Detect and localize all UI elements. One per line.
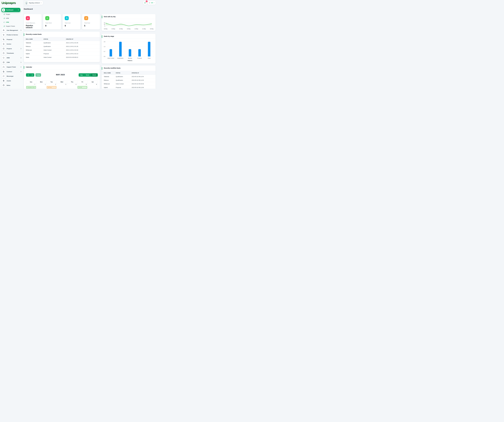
sidebar-item-label: Invoice [7, 43, 21, 45]
day-header: Tue [47, 81, 57, 83]
sidebar-item-project[interactable]: Project [0, 13, 23, 16]
sidebar-item-invoice[interactable]: Invoice [0, 42, 23, 46]
stat-value: 9 [65, 24, 78, 27]
messages-button[interactable]: 0 [143, 1, 147, 5]
deal-updated-at: 2023-05-16 06:11:09 [132, 79, 156, 81]
svg-text:14-May: 14-May [119, 28, 123, 30]
users-icon [65, 16, 69, 20]
sidebar-item-label: Proposal [7, 39, 21, 40]
column-header: DEAL NAME [102, 72, 116, 73]
calendar-event[interactable]: Hi-Flow [47, 86, 56, 89]
card-title: Calendar [24, 65, 100, 69]
home-icon [2, 8, 5, 12]
calendar-day-cell[interactable]: 30 Geraldine Burt [26, 83, 36, 89]
chevron-right-icon [21, 48, 21, 49]
notification-badge: 0 [146, 0, 148, 2]
table-row: Refocus Qualification 2022-12-09 12:01:3… [24, 45, 100, 48]
view-week-button[interactable]: Week [84, 73, 91, 77]
deal-status: Qualification [116, 79, 132, 81]
deal-name: Whitecoat [102, 83, 116, 84]
calendar-event[interactable]: Hi-Veil [78, 86, 87, 89]
sidebar-item-notes[interactable]: Notes [0, 83, 23, 87]
day-header: Sat [88, 81, 98, 83]
deal-name: Stella [24, 57, 43, 58]
deal-status: Initial Contact [43, 57, 66, 58]
deal-updated-at: 2023-05-16 09:34:08 [132, 83, 156, 84]
svg-text:1.3: 1.3 [104, 46, 105, 47]
chevron-down-icon [18, 10, 19, 10]
sidebar-item-hrm-sub[interactable]: HRM [0, 17, 23, 20]
deal-name: Refocus [24, 46, 43, 47]
svg-text:13-May: 13-May [127, 28, 131, 30]
calendar-sync-icon [2, 60, 6, 64]
sidebar-item-hrm[interactable]: HRM [0, 56, 23, 60]
dashboard-page: Unipospro Dashboard Project HRM CRM Supp… [0, 0, 158, 89]
calendar-card: Calendar Today MAY 2023 Day Week Month S… [24, 65, 100, 89]
table-row: Tailwinds Qualification 2023-05-16 06:11… [102, 75, 156, 78]
calendar-day-cell[interactable]: 6 [88, 83, 98, 89]
sidebar-item-projects[interactable]: Projects [0, 47, 23, 51]
date-number: 4 [67, 83, 77, 85]
language-selector[interactable]: EN [148, 1, 156, 5]
day-header: Fri [77, 81, 88, 83]
stat-card-total-client: Total Client 8 [43, 14, 61, 30]
globe-icon [149, 2, 150, 4]
sidebar-item-messenger[interactable]: Messenger [0, 74, 23, 78]
company-selector[interactable]: Rajodiya infotech [24, 1, 43, 5]
save-icon [2, 70, 6, 73]
sidebar-item-assets[interactable]: Assets [0, 79, 23, 83]
deal-created-at: 2023-05-16 06:08:22 [66, 57, 100, 58]
deal-name: Hybrid [24, 53, 43, 54]
column-header: STATUS [43, 38, 66, 40]
sidebar-item-label: Timesheets [7, 52, 21, 54]
sidebar-item-product-service[interactable]: Product & Service [0, 33, 23, 37]
calendar-week-row: 30 Geraldine Burt 1 2 Hi-Flow 3 4 5 Hi-V… [26, 83, 98, 89]
view-day-button[interactable]: Day [79, 73, 84, 77]
calendar-day-header-row: Sun Mon Tue Wed Thu Fri Sat [26, 81, 98, 83]
chevron-right-icon [21, 57, 21, 58]
deal-name: Hybrid [102, 87, 116, 88]
day-header: Mon [36, 81, 47, 83]
company-name: Rajodiya infotech [29, 2, 40, 4]
sidebar-item-support-ticket[interactable]: Support Ticket [0, 65, 23, 69]
calendar-day-cell[interactable]: 4 [67, 83, 77, 89]
deal-created-at: 2022-12-09 12:02:13 [66, 53, 100, 54]
day-header: Wed [57, 81, 67, 83]
calendar-day-cell[interactable]: 5 Hi-Veil [77, 83, 88, 89]
sidebar-item-label: Assets [7, 80, 21, 82]
avatar [25, 1, 28, 4]
invoice-icon [2, 42, 6, 46]
calendar-event[interactable]: Geraldine Burt [26, 86, 36, 89]
sidebar-item-label: Product & Service [7, 34, 21, 36]
sidebar-item-user-management[interactable]: User Management [0, 28, 23, 32]
calendar-day-cell[interactable]: 3 [57, 83, 67, 89]
table-row: Hybrid Proposal 2023-05-16 06:11:08 [102, 86, 156, 89]
sidebar-item-crm-sub[interactable]: CRM [0, 21, 23, 24]
brand-logo[interactable]: Unipospro [1, 1, 16, 4]
stats-cards: Good Afternoon, Rajodiya infotech Total … [24, 14, 100, 30]
sidebar-item-label: User Management [7, 30, 21, 31]
table-row: Stella Initial Contact 2023-05-16 06:08:… [24, 55, 100, 59]
sidebar-item-dashboard[interactable]: Dashboard [1, 8, 20, 12]
sidebar-item-label: Notes [7, 84, 21, 86]
sidebar-item-crm[interactable]: CRM [0, 60, 23, 64]
sidebar-item-contract[interactable]: Contract [0, 70, 23, 74]
sidebar-item-label: HRM [7, 57, 21, 59]
sidebar-item-label: Support Tickets [6, 25, 15, 27]
calendar-day-cell[interactable]: 2 Hi-Flow [47, 83, 57, 89]
sidebar-item-label: Messenger [7, 75, 21, 77]
sidebar-item-proposal[interactable]: Proposal [0, 37, 23, 42]
view-month-button[interactable]: Month [91, 73, 98, 77]
deal-updated-at: 2023-05-16 06:11:04 [132, 76, 156, 77]
svg-text:12-May: 12-May [134, 28, 138, 30]
deal-name: Tailwinds [24, 42, 43, 43]
sidebar-item-support-tickets-sub[interactable]: Support Tickets [0, 25, 23, 28]
sidebar-item-label: CRM [7, 62, 21, 63]
sidebar-item-timesheets[interactable]: Timesheets [0, 51, 23, 55]
sidebar-item-label: CRM [6, 21, 9, 23]
headset-icon [2, 65, 6, 69]
deal-status: Initial Contact [43, 49, 66, 51]
stat-value: 5 [84, 24, 98, 27]
calendar-day-cell[interactable]: 1 [36, 83, 47, 89]
stat-value: 8 [45, 24, 59, 27]
